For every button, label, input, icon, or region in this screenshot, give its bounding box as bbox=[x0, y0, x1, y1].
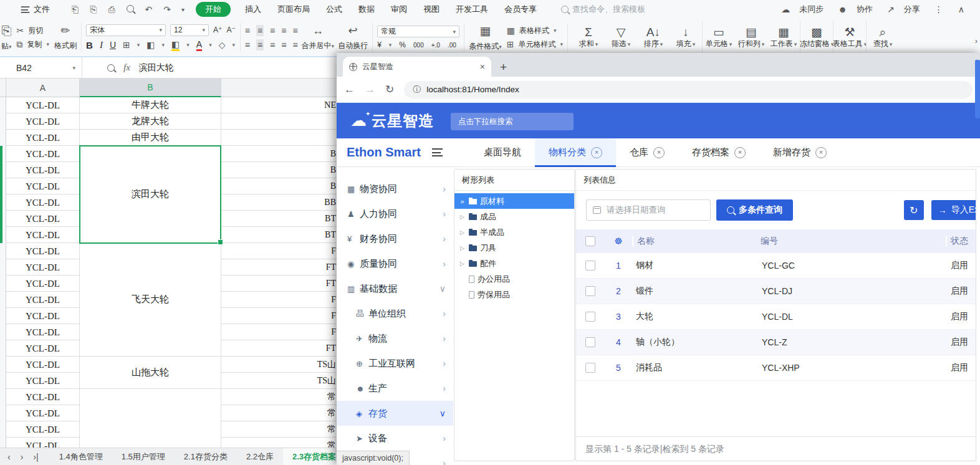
column-status[interactable]: 状态 bbox=[946, 236, 976, 247]
redo-icon[interactable]: ↷ bbox=[163, 4, 171, 14]
grid-cell-a[interactable]: YCL-DL bbox=[6, 340, 79, 357]
command-search[interactable]: 查找命令、搜索模板 bbox=[561, 4, 645, 15]
cell-shading-button[interactable]: ◧ bbox=[147, 40, 155, 50]
grid-cell-c[interactable]: FT bbox=[221, 259, 337, 276]
grid-column-a[interactable]: YCL-DLYCL-DLYCL-DLYCL-DLYCL-DLYCL-DLYCL-… bbox=[6, 97, 80, 448]
align-top-icon[interactable]: ≡ bbox=[245, 26, 250, 36]
quickbar-caret-icon[interactable]: ▾ bbox=[181, 6, 185, 13]
wrap-text-button[interactable]: ↩ 自动换行 bbox=[338, 24, 368, 51]
ribbon-big-button[interactable]: ⌕ 查找▾ bbox=[866, 21, 899, 54]
wps-menu-item[interactable]: 数据 bbox=[358, 4, 375, 15]
justify-icon[interactable]: ≡ bbox=[281, 40, 286, 50]
grid-cell-c[interactable]: 常 bbox=[221, 421, 337, 438]
grid-cell-c[interactable]: BT bbox=[221, 211, 337, 227]
increase-font-button[interactable]: A⁺ bbox=[213, 26, 222, 34]
grid-cell-b[interactable]: 山拖大轮 bbox=[80, 357, 221, 389]
tree-item[interactable]: ▷ 配件 bbox=[454, 256, 574, 271]
share-icon[interactable]: ↗ bbox=[887, 4, 895, 14]
ribbon-big-button[interactable]: Σ 求和▾ bbox=[572, 21, 605, 54]
align-middle-icon[interactable]: ≡ bbox=[256, 25, 264, 36]
percent-button[interactable]: % bbox=[399, 41, 406, 49]
ribbon-big-button[interactable]: ⚒ 表格工具▾ bbox=[833, 21, 866, 54]
grid-cell-a[interactable]: YCL-DL bbox=[6, 194, 79, 211]
align-right-icon[interactable]: ≡ bbox=[270, 40, 275, 50]
font-color-button[interactable]: A bbox=[196, 39, 202, 51]
grid-cell-c[interactable]: 常 bbox=[221, 438, 337, 448]
reload-icon[interactable]: ↻ bbox=[385, 83, 394, 96]
distribute-icon[interactable]: ≡ bbox=[292, 40, 297, 50]
wps-menu-item[interactable]: 会员专享 bbox=[504, 4, 537, 15]
grid-cell-b[interactable]: 龙牌大轮 bbox=[80, 113, 221, 130]
table-style-button[interactable]: ▦表格样式▾ bbox=[507, 26, 563, 36]
grid-cell-a[interactable]: YCL-DL bbox=[6, 389, 79, 405]
tree-caret-icon[interactable]: ▷ bbox=[459, 245, 466, 251]
print-icon[interactable]: ⎙ bbox=[108, 4, 115, 15]
column-header-a[interactable]: A bbox=[6, 79, 80, 97]
table-row[interactable]: 5 消耗品 YCL-XHP 启用 bbox=[576, 355, 976, 381]
currency-button[interactable]: ¥ bbox=[377, 41, 382, 49]
ribbon-big-button[interactable]: ▭ 单元格▾ bbox=[702, 21, 735, 54]
file-menu[interactable]: 文件 bbox=[9, 4, 50, 15]
row-checkbox[interactable] bbox=[585, 312, 595, 322]
hamburger-icon[interactable] bbox=[432, 148, 443, 156]
grid-cell-a[interactable]: YCL-DL bbox=[6, 211, 79, 227]
grid-cell-c[interactable]: 常 bbox=[221, 389, 337, 405]
grid-cell-c[interactable] bbox=[221, 113, 337, 130]
increase-decimal-button[interactable]: +.0 bbox=[431, 42, 440, 49]
grid-cell-c[interactable]: BB bbox=[221, 194, 337, 211]
grid-cell-c[interactable]: FT bbox=[221, 340, 337, 357]
sidebar-item[interactable]: ▦ 物资协同 › bbox=[337, 176, 453, 201]
grid-cell-c[interactable]: B bbox=[221, 146, 337, 162]
sheet-tab[interactable]: 2.1存货分类 bbox=[175, 448, 237, 465]
table-row[interactable]: 4 轴（小轮） YCL-Z 启用 bbox=[576, 330, 976, 355]
ribbon-big-button[interactable]: A↓ 排序▾ bbox=[637, 21, 670, 54]
grid-cell-c[interactable]: B bbox=[221, 178, 337, 194]
comma-style-button[interactable]: 000 bbox=[413, 42, 424, 49]
grid-cell-a[interactable]: YCL-DL bbox=[6, 243, 79, 259]
grid-cell-a[interactable]: YCL-DL bbox=[6, 130, 79, 146]
wps-menu-item[interactable]: 开发工具 bbox=[456, 4, 488, 15]
share-label[interactable]: 分享 bbox=[904, 4, 920, 15]
row-number[interactable]: 5 bbox=[605, 363, 632, 373]
decrease-indent-icon[interactable]: ≡ bbox=[281, 26, 286, 36]
tree-item[interactable]: 办公用品 bbox=[454, 271, 574, 287]
number-format-select[interactable]: 常规▾ bbox=[377, 26, 459, 37]
cut-button[interactable]: ✂剪切 bbox=[17, 26, 50, 36]
grid-cell-b[interactable]: 由甲大轮 bbox=[80, 130, 221, 146]
row-number[interactable]: 1 bbox=[605, 261, 632, 271]
sheet-next-icon[interactable]: › bbox=[21, 452, 24, 462]
grid-cell-c[interactable]: F bbox=[221, 324, 337, 340]
wps-menu-item[interactable]: 插入 bbox=[245, 4, 261, 15]
row-header-strip[interactable] bbox=[0, 97, 6, 448]
collapse-ribbon-icon[interactable]: ∧ bbox=[958, 4, 964, 14]
tree-item[interactable]: 劳保用品 bbox=[454, 287, 574, 302]
align-left-icon[interactable]: ≡ bbox=[245, 40, 250, 50]
wps-menu-item[interactable]: 视图 bbox=[423, 4, 440, 15]
row-number[interactable]: 2 bbox=[605, 286, 632, 296]
undo-icon[interactable]: ↶ bbox=[145, 4, 153, 14]
zoom-icon[interactable] bbox=[107, 64, 115, 72]
site-info-icon[interactable]: ⓘ bbox=[413, 84, 421, 95]
gear-icon[interactable]: ☸ bbox=[605, 236, 632, 247]
decrease-font-button[interactable]: A⁻ bbox=[226, 26, 235, 34]
sidebar-item[interactable]: ⊕ 工业互联网 › bbox=[337, 351, 453, 376]
sheet-tab[interactable]: 1.4角色管理 bbox=[50, 448, 112, 465]
sidebar-item[interactable]: 品 单位组织 › bbox=[337, 301, 453, 326]
ribbon-big-button[interactable]: ▩ 冻结窗格▾ bbox=[800, 21, 833, 54]
align-bottom-icon[interactable]: ≡ bbox=[270, 26, 275, 36]
multi-condition-query-button[interactable]: 多条件查询 bbox=[716, 199, 793, 221]
grid-cell-a[interactable]: YCL-DL bbox=[6, 438, 79, 448]
grid-cell-a[interactable]: YCL-DL bbox=[6, 373, 79, 389]
sidebar-item[interactable]: ◉ 质量协同 › bbox=[337, 251, 453, 276]
row-checkbox[interactable] bbox=[585, 337, 595, 347]
ribbon-big-button[interactable]: ▽ 筛选▾ bbox=[605, 21, 637, 54]
fx-icon[interactable]: fx bbox=[123, 62, 130, 73]
select-all-corner[interactable] bbox=[0, 79, 6, 97]
save-icon[interactable]: ⎗ bbox=[72, 4, 79, 15]
brand-name[interactable]: Ethon Smart bbox=[337, 145, 421, 160]
grid-cell-a[interactable]: YCL-DL bbox=[6, 421, 79, 438]
app-logo[interactable]: ☁ ✦ 云星智造 bbox=[337, 111, 434, 131]
grid-column-c[interactable]: NEBBBBBBTBTFFTFTFFFFTTS山TS山常常常常 bbox=[221, 97, 337, 448]
scroll-accent-bar[interactable] bbox=[975, 60, 980, 118]
sidebar-item[interactable]: ♟ 人力协同 › bbox=[337, 201, 453, 226]
